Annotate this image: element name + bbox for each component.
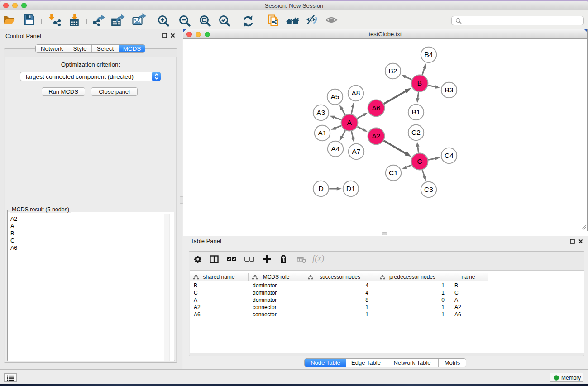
svg-text:A2: A2 xyxy=(372,132,381,140)
svg-text:A7: A7 xyxy=(352,148,361,155)
svg-text:B: B xyxy=(417,79,422,87)
svg-text:B1: B1 xyxy=(412,108,421,116)
svg-text:A6: A6 xyxy=(372,104,381,112)
svg-text:A4: A4 xyxy=(331,145,340,152)
svg-text:A3: A3 xyxy=(317,109,325,116)
svg-text:A8: A8 xyxy=(352,89,360,97)
svg-text:A1: A1 xyxy=(318,129,327,137)
svg-text:B4: B4 xyxy=(425,51,433,58)
svg-text:A5: A5 xyxy=(331,93,339,100)
svg-text:D: D xyxy=(318,185,323,192)
svg-text:B2: B2 xyxy=(389,67,397,75)
svg-text:C: C xyxy=(417,157,422,165)
svg-text:C3: C3 xyxy=(424,186,433,193)
svg-text:B3: B3 xyxy=(445,86,454,94)
svg-text:C2: C2 xyxy=(411,129,421,136)
svg-text:C4: C4 xyxy=(445,152,454,159)
svg-text:C1: C1 xyxy=(389,169,398,176)
svg-text:A: A xyxy=(347,119,352,126)
svg-text:D1: D1 xyxy=(346,185,355,192)
